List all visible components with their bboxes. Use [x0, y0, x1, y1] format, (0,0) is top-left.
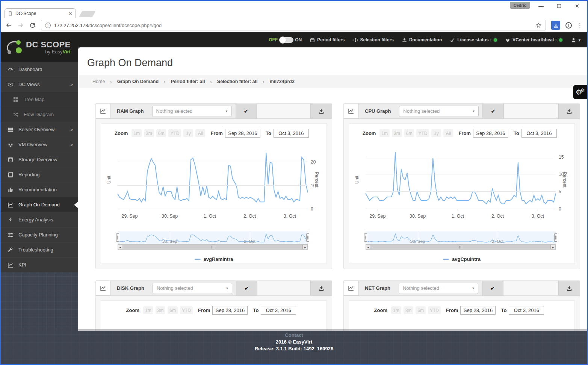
settings-gear-button[interactable]: ⚙⚙ [573, 85, 587, 99]
toggle-knob[interactable] [279, 36, 286, 44]
panel-chart-icon-button[interactable] [96, 281, 111, 295]
from-date-input[interactable] [212, 306, 248, 315]
zoom-3m-button[interactable]: 3m [156, 306, 166, 314]
extension-circle-icon[interactable] [565, 22, 572, 29]
sidebar-item-kpi[interactable]: KPI [1, 257, 78, 272]
download-extension-icon[interactable] [551, 21, 560, 30]
zoom-ytd-button[interactable]: YTD [428, 306, 441, 314]
from-date-input[interactable] [460, 306, 496, 315]
contact-link[interactable]: Contact [285, 332, 303, 338]
navigator-right-handle[interactable] [306, 233, 309, 242]
maximize-button[interactable]: ☐ [556, 3, 562, 9]
export-button[interactable] [310, 281, 332, 295]
zoom-1m-button[interactable]: 1m [143, 306, 153, 314]
zoom-3m-button[interactable]: 3m [404, 306, 414, 314]
bookmark-star-icon[interactable] [535, 22, 542, 29]
user-menu[interactable]: ▾ [571, 37, 580, 43]
sidebar-item-troubleshooting[interactable]: Troubleshooting [1, 242, 78, 257]
metric-select[interactable]: Nothing selected▾ [153, 283, 232, 294]
zoom-6m-button[interactable]: 6m [156, 129, 166, 137]
sidebar-item-server-overview[interactable]: Server Overview> [1, 122, 78, 137]
navigator-right-handle[interactable] [554, 233, 557, 242]
zoom-ytd-button[interactable]: YTD [416, 129, 429, 137]
zoom-all-button[interactable]: All [443, 129, 453, 137]
scroll-right-button[interactable]: ▶ [550, 244, 556, 250]
scrollbar-track[interactable] [371, 244, 550, 250]
site-info-icon[interactable]: i [45, 23, 51, 28]
export-button[interactable] [558, 281, 580, 295]
back-icon[interactable] [5, 22, 12, 29]
metric-select[interactable]: Nothing selected▾ [399, 283, 478, 294]
apply-button[interactable]: ✔ [482, 104, 504, 118]
apply-button[interactable]: ✔ [236, 281, 257, 295]
to-date-input[interactable] [521, 129, 557, 138]
zoom-3m-button[interactable]: 3m [144, 129, 154, 137]
navigator-left-handle[interactable] [116, 233, 119, 242]
panel-chart-icon-button[interactable] [96, 104, 111, 118]
breadcrumb-period-filter[interactable]: Period filter: all [171, 79, 205, 84]
selection-filters-button[interactable]: Selection filters [353, 37, 394, 42]
scrollbar-track[interactable] [123, 244, 302, 250]
panel-chart-icon-button[interactable] [344, 281, 359, 295]
sidebar-item-energy-analysis[interactable]: Energy Analysis [1, 212, 78, 227]
minimize-button[interactable]: — [538, 3, 544, 9]
chart-legend[interactable]: avgCpuIntra [349, 256, 574, 262]
close-button[interactable]: ✕ [574, 3, 580, 9]
zoom-6m-button[interactable]: 6m [416, 306, 426, 314]
browser-menu-icon[interactable]: ⋮ [577, 22, 583, 29]
zoom-1m-button[interactable]: 1m [379, 129, 390, 137]
zoom-1m-button[interactable]: 1m [132, 129, 142, 137]
metric-select[interactable]: Nothing selected▾ [152, 106, 232, 117]
export-button[interactable] [558, 104, 580, 118]
to-date-input[interactable] [274, 129, 309, 138]
period-filters-button[interactable]: Period filters [310, 37, 345, 42]
zoom-1m-button[interactable]: 1m [391, 306, 401, 314]
off-on-toggle[interactable]: OFF ON [269, 37, 302, 43]
sidebar-item-storage-overview[interactable]: Storage Overview [1, 152, 78, 167]
breadcrumb-selection-filter[interactable]: Selection filter: all [217, 79, 258, 84]
refresh-icon[interactable] [29, 22, 36, 29]
zoom-all-button[interactable]: All [195, 129, 205, 137]
url-bar[interactable]: i 172.27.252.173/dcscope/client/dcscope.… [41, 20, 546, 30]
metric-select[interactable]: Nothing selected▾ [399, 106, 479, 117]
new-tab-button[interactable] [79, 11, 96, 17]
zoom-1y-button[interactable]: 1y [183, 129, 193, 137]
apply-button[interactable]: ✔ [236, 104, 257, 118]
scroll-right-button[interactable]: ▶ [302, 244, 308, 250]
zoom-3m-button[interactable]: 3m [392, 129, 402, 137]
vcenter-heartbeat[interactable]: VCenter hearthbeat : [505, 37, 562, 42]
zoom-1y-button[interactable]: 1y [431, 129, 441, 137]
sidebar-item-dashboard[interactable]: Dashboard [1, 62, 78, 77]
panel-chart-icon-button[interactable] [344, 104, 359, 118]
zoom-6m-button[interactable]: 6m [404, 129, 414, 137]
toggle-track[interactable] [279, 37, 293, 43]
breadcrumb-host[interactable]: mil724prd2 [270, 79, 295, 84]
sidebar-item-reporting[interactable]: Reporting [1, 167, 78, 182]
sidebar-item-vm-overview[interactable]: VM Overview> [1, 137, 78, 152]
sidebar-item-recommendation[interactable]: Recommendation [1, 182, 78, 197]
sidebar-item-dc-views[interactable]: DC Views> [1, 77, 78, 92]
from-date-input[interactable] [473, 129, 508, 138]
sidebar-item-flow-diagram[interactable]: Flow Diagram [1, 107, 78, 122]
from-date-input[interactable] [225, 129, 260, 138]
sidebar-item-capacity-planning[interactable]: Capacity Planning [1, 227, 78, 242]
zoom-ytd-button[interactable]: YTD [180, 306, 193, 314]
apply-button[interactable]: ✔ [482, 281, 503, 295]
to-date-input[interactable] [261, 306, 296, 315]
zoom-ytd-button[interactable]: YTD [168, 129, 181, 137]
navigator-left-handle[interactable] [364, 233, 367, 242]
export-button[interactable] [310, 104, 332, 118]
breadcrumb-graph-on-demand[interactable]: Graph On Demand [117, 79, 159, 84]
chart-legend[interactable]: avgRamIntra [101, 256, 326, 262]
sidebar-item-graph-on-demand[interactable]: Graph On Demand [1, 197, 78, 212]
profile-badge[interactable]: Cedric [510, 2, 530, 9]
license-status[interactable]: License status : [450, 37, 497, 42]
browser-tab[interactable]: DC-Scope ✕ [5, 8, 76, 18]
scroll-left-button[interactable]: ◀ [118, 244, 123, 250]
scrollbar-thumb[interactable] [123, 245, 302, 249]
tab-close-icon[interactable]: ✕ [68, 11, 73, 16]
breadcrumb-home[interactable]: Home [92, 79, 105, 84]
zoom-6m-button[interactable]: 6m [168, 306, 178, 314]
to-date-input[interactable] [509, 306, 544, 315]
documentation-button[interactable]: Documentation [402, 37, 442, 42]
